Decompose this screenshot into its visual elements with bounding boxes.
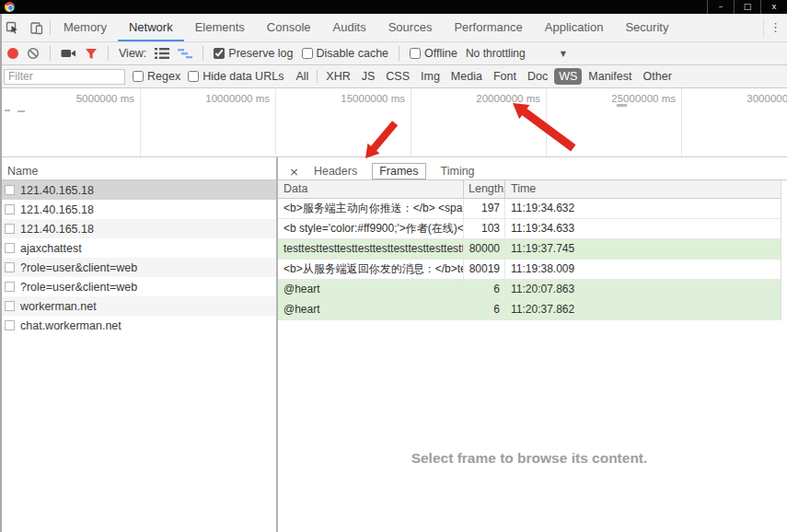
offline-checkbox[interactable]: Offline	[410, 47, 457, 60]
filter-type-font[interactable]: Font	[489, 68, 521, 85]
filter-type-other[interactable]: Other	[639, 68, 677, 85]
filter-type-img[interactable]: Img	[416, 68, 445, 85]
filter-type-media[interactable]: Media	[446, 68, 487, 85]
toolbar-separator	[108, 46, 109, 61]
request-row[interactable]: chat.workerman.net	[0, 316, 276, 335]
frame-row[interactable]: <b>从服务端返回你发的消息：</b>te...8001911:19:38.00…	[278, 260, 781, 280]
disable-cache-box[interactable]	[302, 48, 313, 59]
tab-sources[interactable]: Sources	[377, 14, 444, 41]
tab-security[interactable]: Security	[614, 14, 679, 41]
frame-row[interactable]: @heart611:20:37.862	[278, 300, 781, 320]
hide-data-urls-checkbox[interactable]: Hide data URLs	[188, 70, 284, 83]
frame-row[interactable]: @heart611:20:07.863	[278, 280, 781, 300]
chevron-down-icon: ▼	[561, 50, 566, 58]
close-icon[interactable]: ×	[289, 165, 299, 179]
frames-tab-headers[interactable]: Headers	[314, 165, 357, 178]
filter-type-js[interactable]: JS	[357, 68, 380, 85]
frame-data: @heart	[278, 300, 464, 319]
request-row[interactable]: 121.40.165.18	[0, 180, 276, 200]
filter-funnel-icon[interactable]	[85, 48, 98, 60]
toolbar-separator	[399, 46, 399, 61]
frame-time: 11:19:38.009	[505, 260, 781, 279]
request-row[interactable]: ?role=user&client=web	[0, 258, 276, 277]
request-file-icon	[5, 243, 15, 253]
frames-tab-timing[interactable]: Timing	[441, 165, 475, 178]
frames-pane: × HeadersFramesTiming Data Length Time <…	[278, 157, 787, 532]
request-file-icon	[5, 204, 15, 214]
request-file-icon	[5, 224, 15, 234]
column-header-time: Time	[505, 180, 781, 198]
frame-row[interactable]: <b>服务端主动向你推送：</b> <spa...19711:19:34.632	[278, 199, 781, 219]
frame-row[interactable]: <b style='color:#ff9900;'>作者(在线)</...103…	[278, 219, 781, 239]
request-file-icon	[5, 185, 15, 195]
regex-box[interactable]	[133, 71, 144, 82]
network-overview-timeline[interactable]: 5000000 ms10000000 ms15000000 ms20000000…	[0, 88, 787, 157]
frame-data: <b style='color:#ff9900;'>作者(在线)</...	[278, 219, 464, 238]
frame-data: @heart	[278, 280, 464, 299]
tab-application[interactable]: Application	[534, 14, 615, 41]
filter-type-ws[interactable]: WS	[554, 68, 582, 85]
view-waterfall-icon[interactable]	[178, 48, 192, 59]
tab-console[interactable]: Console	[256, 14, 322, 41]
maximize-button[interactable]: □	[734, 0, 760, 14]
filter-type-doc[interactable]: Doc	[523, 68, 552, 85]
frame-row[interactable]: testtesttesttesttesttesttesttesttesttest…	[278, 239, 781, 260]
window-titlebar: – □ x	[0, 0, 787, 14]
request-row[interactable]: 121.40.165.18	[0, 200, 276, 219]
request-row[interactable]: 121.40.165.18	[0, 219, 276, 238]
hide-data-urls-box[interactable]	[188, 71, 199, 82]
request-file-icon	[5, 282, 15, 292]
frames-tab-frames[interactable]: Frames	[372, 163, 425, 179]
throttling-select[interactable]: No throttling ▼	[466, 47, 566, 60]
window-controls: – □ x	[707, 0, 787, 14]
preserve-log-checkbox[interactable]: Preserve log	[214, 47, 293, 60]
timeline-tick-label: 15000000 ms	[267, 93, 405, 104]
tab-elements[interactable]: Elements	[184, 14, 256, 41]
tab-memory[interactable]: Memory	[52, 14, 118, 41]
request-name: workerman.net	[20, 300, 97, 313]
close-button[interactable]: x	[760, 0, 787, 14]
request-row[interactable]: workerman.net	[0, 296, 276, 316]
disable-cache-checkbox[interactable]: Disable cache	[302, 47, 389, 60]
requests-list: 121.40.165.18121.40.165.18121.40.165.18a…	[0, 180, 276, 335]
frame-length: 197	[464, 199, 505, 218]
filter-type-all[interactable]: All	[291, 68, 313, 85]
filter-type-css[interactable]: CSS	[381, 68, 414, 85]
frames-tabs: HeadersFramesTiming	[314, 163, 475, 179]
frame-length: 6	[464, 300, 505, 319]
tab-network[interactable]: Network	[118, 14, 184, 41]
tab-audits[interactable]: Audits	[322, 14, 377, 41]
throttling-value: No throttling	[466, 47, 526, 60]
request-file-icon	[5, 301, 15, 311]
timeline-tick-label: 25000000 ms	[538, 93, 676, 104]
overview-activity-mark	[5, 110, 10, 111]
filter-type-manifest[interactable]: Manifest	[584, 68, 636, 85]
record-button[interactable]	[7, 48, 18, 59]
request-row[interactable]: ?role=user&client=web	[0, 277, 276, 296]
table-right-edge	[781, 180, 781, 320]
request-row[interactable]: ajaxchattest	[0, 238, 276, 258]
frame-data: <b>从服务端返回你发的消息：</b>te...	[278, 260, 464, 279]
resource-type-filters: AllXHRJSCSSImgMediaFontDocWSManifestOthe…	[291, 68, 676, 85]
clear-icon[interactable]	[27, 47, 40, 60]
overflow-menu-icon[interactable]: ⋮	[763, 18, 787, 37]
minimize-button[interactable]: –	[707, 0, 734, 14]
offline-box[interactable]	[410, 48, 421, 59]
request-name: chat.workerman.net	[20, 319, 122, 332]
regex-checkbox[interactable]: Regex	[133, 70, 180, 83]
filter-type-xhr[interactable]: XHR	[321, 68, 354, 85]
network-main-area: Name 121.40.165.18121.40.165.18121.40.16…	[0, 157, 787, 532]
view-list-icon[interactable]	[155, 48, 169, 59]
request-file-icon	[5, 320, 15, 330]
filter-bar: Regex Hide data URLs AllXHRJSCSSImgMedia…	[0, 65, 787, 88]
filter-input[interactable]	[4, 69, 125, 85]
device-toolbar-icon[interactable]	[24, 17, 48, 39]
preserve-log-box[interactable]	[214, 48, 225, 59]
frame-time: 11:19:34.632	[505, 199, 781, 218]
timeline-tick-label: 10000000 ms	[132, 93, 270, 104]
inspect-element-icon[interactable]	[0, 17, 24, 39]
tab-performance[interactable]: Performance	[443, 14, 533, 41]
frame-time: 11:20:07.863	[505, 280, 781, 299]
screenshot-camera-icon[interactable]	[61, 48, 76, 59]
toolbar-separator	[203, 46, 203, 61]
